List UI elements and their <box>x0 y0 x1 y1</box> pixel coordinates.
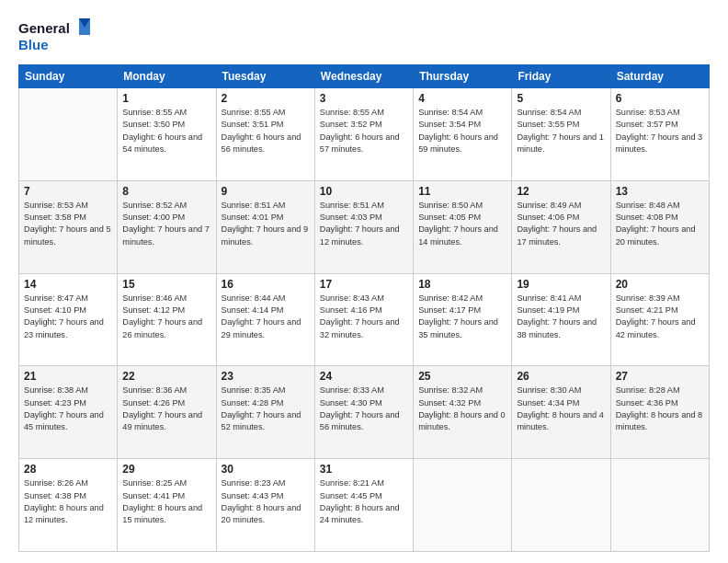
calendar-cell: 30Sunrise: 8:23 AMSunset: 4:43 PMDayligh… <box>216 459 314 552</box>
calendar-cell: 3Sunrise: 8:55 AMSunset: 3:52 PMDaylight… <box>314 88 413 181</box>
calendar-cell: 29Sunrise: 8:25 AMSunset: 4:41 PMDayligh… <box>118 459 216 552</box>
svg-text:Blue: Blue <box>18 37 49 52</box>
calendar-cell: 16Sunrise: 8:44 AMSunset: 4:14 PMDayligh… <box>216 273 314 366</box>
day-number: 30 <box>222 463 310 476</box>
calendar-cell: 25Sunrise: 8:32 AMSunset: 4:32 PMDayligh… <box>414 366 512 459</box>
calendar-cell <box>19 88 118 181</box>
day-number: 24 <box>320 370 408 383</box>
day-detail: Sunrise: 8:33 AMSunset: 4:30 PMDaylight:… <box>320 385 408 433</box>
day-number: 6 <box>616 92 704 105</box>
calendar-cell: 9Sunrise: 8:51 AMSunset: 4:01 PMDaylight… <box>216 180 314 273</box>
weekday-friday: Friday <box>512 65 610 88</box>
week-row-4: 21Sunrise: 8:38 AMSunset: 4:23 PMDayligh… <box>19 366 710 459</box>
day-number: 17 <box>320 278 408 291</box>
day-number: 14 <box>24 278 112 291</box>
calendar-cell: 4Sunrise: 8:54 AMSunset: 3:54 PMDaylight… <box>414 88 512 181</box>
day-detail: Sunrise: 8:38 AMSunset: 4:23 PMDaylight:… <box>24 385 112 433</box>
day-number: 26 <box>517 370 605 383</box>
calendar-cell <box>414 459 512 552</box>
calendar-cell: 5Sunrise: 8:54 AMSunset: 3:55 PMDaylight… <box>512 88 610 181</box>
calendar-cell: 7Sunrise: 8:53 AMSunset: 3:58 PMDaylight… <box>19 180 118 273</box>
day-number: 13 <box>616 185 704 198</box>
calendar-table: SundayMondayTuesdayWednesdayThursdayFrid… <box>18 64 710 552</box>
calendar-cell: 26Sunrise: 8:30 AMSunset: 4:34 PMDayligh… <box>512 366 610 459</box>
day-number: 20 <box>616 278 704 291</box>
calendar-cell: 19Sunrise: 8:41 AMSunset: 4:19 PMDayligh… <box>512 273 610 366</box>
weekday-header-row: SundayMondayTuesdayWednesdayThursdayFrid… <box>19 65 710 88</box>
day-detail: Sunrise: 8:48 AMSunset: 4:08 PMDaylight:… <box>616 200 704 248</box>
day-detail: Sunrise: 8:55 AMSunset: 3:51 PMDaylight:… <box>222 107 310 155</box>
calendar-cell: 21Sunrise: 8:38 AMSunset: 4:23 PMDayligh… <box>19 366 118 459</box>
calendar-cell: 27Sunrise: 8:28 AMSunset: 4:36 PMDayligh… <box>610 366 709 459</box>
day-detail: Sunrise: 8:55 AMSunset: 3:52 PMDaylight:… <box>320 107 408 155</box>
logo-svg: General Blue <box>18 15 92 55</box>
calendar-cell: 6Sunrise: 8:53 AMSunset: 3:57 PMDaylight… <box>610 88 709 181</box>
week-row-5: 28Sunrise: 8:26 AMSunset: 4:38 PMDayligh… <box>19 459 710 552</box>
calendar-cell: 11Sunrise: 8:50 AMSunset: 4:05 PMDayligh… <box>414 180 512 273</box>
day-detail: Sunrise: 8:42 AMSunset: 4:17 PMDaylight:… <box>418 293 506 341</box>
calendar-cell: 12Sunrise: 8:49 AMSunset: 4:06 PMDayligh… <box>512 180 610 273</box>
day-number: 19 <box>517 278 605 291</box>
day-number: 21 <box>24 370 112 383</box>
day-detail: Sunrise: 8:51 AMSunset: 4:03 PMDaylight:… <box>320 200 408 248</box>
day-number: 4 <box>418 92 506 105</box>
calendar-cell: 13Sunrise: 8:48 AMSunset: 4:08 PMDayligh… <box>610 180 709 273</box>
calendar-cell: 10Sunrise: 8:51 AMSunset: 4:03 PMDayligh… <box>314 180 413 273</box>
weekday-tuesday: Tuesday <box>216 65 314 88</box>
day-number: 5 <box>517 92 605 105</box>
day-detail: Sunrise: 8:36 AMSunset: 4:26 PMDaylight:… <box>122 385 210 433</box>
day-number: 12 <box>517 185 605 198</box>
day-detail: Sunrise: 8:50 AMSunset: 4:05 PMDaylight:… <box>418 200 506 248</box>
calendar-cell: 8Sunrise: 8:52 AMSunset: 4:00 PMDaylight… <box>118 180 216 273</box>
calendar-cell: 18Sunrise: 8:42 AMSunset: 4:17 PMDayligh… <box>414 273 512 366</box>
day-detail: Sunrise: 8:21 AMSunset: 4:45 PMDaylight:… <box>320 477 408 526</box>
calendar-cell <box>512 459 610 552</box>
day-number: 27 <box>616 370 704 383</box>
day-detail: Sunrise: 8:25 AMSunset: 4:41 PMDaylight:… <box>122 477 210 526</box>
day-detail: Sunrise: 8:46 AMSunset: 4:12 PMDaylight:… <box>122 293 210 341</box>
calendar-cell: 20Sunrise: 8:39 AMSunset: 4:21 PMDayligh… <box>610 273 709 366</box>
header: General Blue <box>18 15 710 55</box>
day-detail: Sunrise: 8:32 AMSunset: 4:32 PMDaylight:… <box>418 385 506 433</box>
calendar-cell: 24Sunrise: 8:33 AMSunset: 4:30 PMDayligh… <box>314 366 413 459</box>
week-row-2: 7Sunrise: 8:53 AMSunset: 3:58 PMDaylight… <box>19 180 710 273</box>
day-detail: Sunrise: 8:43 AMSunset: 4:16 PMDaylight:… <box>320 293 408 341</box>
day-detail: Sunrise: 8:55 AMSunset: 3:50 PMDaylight:… <box>122 107 210 155</box>
calendar-cell: 23Sunrise: 8:35 AMSunset: 4:28 PMDayligh… <box>216 366 314 459</box>
day-detail: Sunrise: 8:52 AMSunset: 4:00 PMDaylight:… <box>122 200 210 248</box>
day-number: 15 <box>122 278 210 291</box>
calendar-cell: 1Sunrise: 8:55 AMSunset: 3:50 PMDaylight… <box>118 88 216 181</box>
week-row-3: 14Sunrise: 8:47 AMSunset: 4:10 PMDayligh… <box>19 273 710 366</box>
day-detail: Sunrise: 8:47 AMSunset: 4:10 PMDaylight:… <box>24 293 112 341</box>
day-detail: Sunrise: 8:35 AMSunset: 4:28 PMDaylight:… <box>222 385 310 433</box>
day-number: 16 <box>222 278 310 291</box>
day-detail: Sunrise: 8:28 AMSunset: 4:36 PMDaylight:… <box>616 385 704 433</box>
day-number: 1 <box>122 92 210 105</box>
calendar-cell <box>610 459 709 552</box>
day-number: 31 <box>320 463 408 476</box>
calendar-cell: 14Sunrise: 8:47 AMSunset: 4:10 PMDayligh… <box>19 273 118 366</box>
day-detail: Sunrise: 8:26 AMSunset: 4:38 PMDaylight:… <box>24 477 112 526</box>
calendar-cell: 31Sunrise: 8:21 AMSunset: 4:45 PMDayligh… <box>314 459 413 552</box>
day-detail: Sunrise: 8:41 AMSunset: 4:19 PMDaylight:… <box>517 293 605 341</box>
weekday-monday: Monday <box>118 65 216 88</box>
day-number: 3 <box>320 92 408 105</box>
day-number: 18 <box>418 278 506 291</box>
day-number: 22 <box>122 370 210 383</box>
day-number: 28 <box>24 463 112 476</box>
day-detail: Sunrise: 8:23 AMSunset: 4:43 PMDaylight:… <box>222 477 310 526</box>
day-detail: Sunrise: 8:53 AMSunset: 3:57 PMDaylight:… <box>616 107 704 155</box>
week-row-1: 1Sunrise: 8:55 AMSunset: 3:50 PMDaylight… <box>19 88 710 181</box>
day-number: 11 <box>418 185 506 198</box>
day-detail: Sunrise: 8:49 AMSunset: 4:06 PMDaylight:… <box>517 200 605 248</box>
day-number: 29 <box>122 463 210 476</box>
page: General Blue SundayMondayTuesdayWednesda… <box>0 0 728 563</box>
svg-text:General: General <box>18 20 70 36</box>
day-number: 23 <box>222 370 310 383</box>
day-detail: Sunrise: 8:51 AMSunset: 4:01 PMDaylight:… <box>222 200 310 248</box>
day-detail: Sunrise: 8:39 AMSunset: 4:21 PMDaylight:… <box>616 293 704 341</box>
day-detail: Sunrise: 8:54 AMSunset: 3:54 PMDaylight:… <box>418 107 506 155</box>
calendar-cell: 2Sunrise: 8:55 AMSunset: 3:51 PMDaylight… <box>216 88 314 181</box>
day-number: 7 <box>24 185 112 198</box>
logo: General Blue <box>18 15 92 55</box>
